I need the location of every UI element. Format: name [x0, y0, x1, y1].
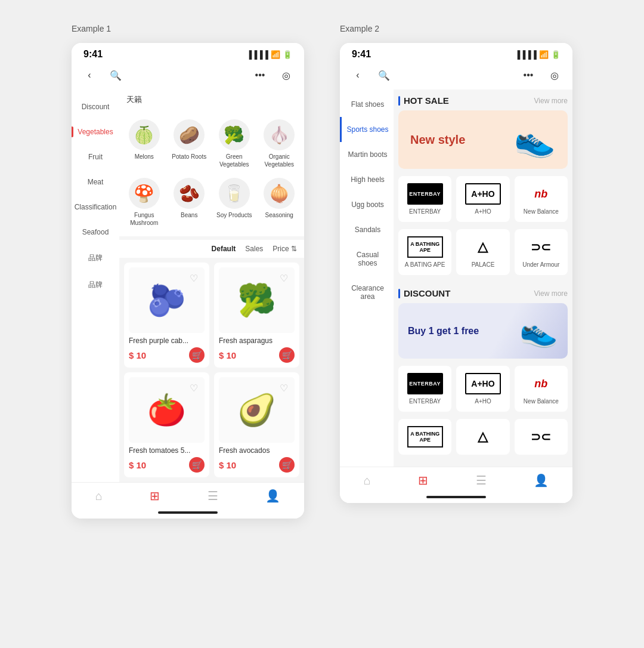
target-button-2[interactable]: ◎	[546, 67, 563, 84]
sidebar-item-discount[interactable]: Discount	[72, 94, 119, 119]
brand-card-bape-1[interactable]: A BATHING APE A BATING APE	[398, 229, 451, 275]
bottom-nav-list-2[interactable]: ☰	[476, 473, 487, 487]
bottom-nav-grid-2[interactable]: ⊞	[418, 473, 428, 487]
category-grid: 🍈 Melons 🥔 Potato Roots 🥦 Green Vegetabl…	[119, 110, 304, 236]
sidebar2-martin-boots[interactable]: Martin boots	[340, 142, 394, 167]
category-organic[interactable]: 🧄 Organic Vegetables	[257, 115, 302, 173]
brand-card-enterbay-1[interactable]: ENTERBAY ENTERBAY	[398, 176, 451, 222]
sidebar-item-vegetables[interactable]: Vegetables	[72, 119, 119, 144]
hot-sale-title: HOT SALE	[398, 95, 449, 106]
sidebar2-ugg-boots[interactable]: Ugg boots	[340, 192, 394, 217]
brand-card-nb-1[interactable]: nb New Balance	[515, 176, 568, 222]
status-icons-2: ▐▐▐▐ 📶 🔋	[515, 50, 561, 59]
category-green-veg[interactable]: 🥦 Green Vegetables	[212, 115, 257, 173]
sidebar-item-brand1[interactable]: 品牌	[72, 245, 119, 271]
sidebar-item-classification[interactable]: Classification	[72, 195, 119, 220]
add-to-cart-1[interactable]: 🛒	[189, 347, 205, 363]
target-button-1[interactable]: ◎	[278, 67, 295, 84]
status-time-1: 9:41	[83, 49, 103, 60]
category-fungus[interactable]: 🍄 Fungus Mushroom	[122, 173, 167, 232]
hot-sale-view-more[interactable]: View more	[534, 97, 568, 105]
home-icon-1: ⌂	[95, 489, 103, 503]
nav-bar-1: ‹ 🔍 ••• ◎	[72, 63, 304, 90]
add-to-cart-4[interactable]: 🛒	[279, 457, 295, 473]
sidebar2-clearance[interactable]: Clearance area	[340, 276, 394, 309]
product-price-4: $ 10	[219, 460, 236, 470]
sidebar2-casual-shoes[interactable]: Casual shoes	[340, 242, 394, 276]
bottom-nav-profile-2[interactable]: 👤	[534, 473, 549, 487]
search-button-2[interactable]: 🔍	[376, 67, 392, 84]
beans-img: 🫘	[174, 178, 205, 209]
nb-name-1: New Balance	[524, 208, 559, 215]
sidebar2-sports-shoes[interactable]: Sports shoes	[340, 117, 394, 142]
aho-logo-1: A+HO	[465, 183, 501, 205]
category-seasoning[interactable]: 🧅 Seasoning	[257, 173, 302, 232]
sidebar-item-fruit[interactable]: Fruit	[72, 144, 119, 169]
more-button-2[interactable]: •••	[520, 67, 537, 84]
bottom-nav-home-2[interactable]: ⌂	[364, 474, 371, 487]
status-bar-2: 9:41 ▐▐▐▐ 📶 🔋	[340, 43, 572, 63]
hot-sale-title-bar	[398, 96, 400, 106]
bape-logo-1: A BATHING APE	[407, 236, 443, 258]
add-to-cart-3[interactable]: 🛒	[189, 457, 205, 473]
product-card-3: 🍅 ♡ Fresh tomatoes 5... $ 10 🛒	[124, 372, 209, 477]
sidebar2-sandals[interactable]: Sandals	[340, 217, 394, 242]
sort-default[interactable]: Default	[212, 245, 236, 253]
wishlist-button-1[interactable]: ♡	[187, 271, 201, 285]
brand-card-aho-1[interactable]: A+HO A+HO	[456, 176, 509, 222]
sidebar2-high-heels[interactable]: High heels	[340, 167, 394, 192]
brand-card-bape-2[interactable]: A BATHING APE	[398, 419, 451, 455]
discount-view-more[interactable]: View more	[534, 289, 568, 298]
sidebar-item-brand2[interactable]: 品牌	[72, 271, 119, 298]
brand-card-ua-1[interactable]: ⊃⊂ Under Armour	[515, 229, 568, 275]
product-card-1: 🫐 ♡ Fresh purple cab... $ 10 🛒	[124, 263, 209, 368]
bottom-nav-grid-1[interactable]: ⊞	[150, 489, 160, 503]
bottom-nav-profile-1[interactable]: 👤	[265, 489, 280, 503]
brand-card-nb-2[interactable]: nb New Balance	[515, 366, 568, 412]
example-1-label: Example 1	[72, 24, 111, 33]
phone-2: 9:41 ▐▐▐▐ 📶 🔋 ‹ 🔍 ••• ◎	[340, 43, 572, 503]
brand-card-palace-2[interactable]: △	[456, 419, 509, 455]
sidebar2-flat-shoes[interactable]: Flat shoes	[340, 92, 394, 117]
category-soy[interactable]: 🥛 Soy Products	[212, 173, 257, 232]
brand-card-palace-1[interactable]: △ PALACE	[456, 229, 509, 275]
wishlist-button-2[interactable]: ♡	[277, 271, 291, 285]
sort-sales[interactable]: Sales	[245, 245, 263, 253]
back-button-1[interactable]: ‹	[81, 67, 98, 84]
brand-card-ua-2[interactable]: ⊃⊂	[515, 419, 568, 455]
home-icon-2: ⌂	[364, 474, 371, 487]
brand-card-aho-2[interactable]: A+HO A+HO	[456, 366, 509, 412]
sort-price[interactable]: Price ⇅	[273, 245, 297, 253]
category-beans[interactable]: 🫘 Beans	[167, 173, 212, 232]
discount-banner[interactable]: Buy 1 get 1 free 👟	[398, 303, 568, 359]
seasoning-label: Seasoning	[265, 211, 293, 219]
hot-sale-banner[interactable]: New style 👟	[398, 110, 568, 169]
sidebar-item-meat[interactable]: Meat	[72, 169, 119, 195]
example-1-block: Example 1 9:41 ▐▐▐▐ 📶 🔋 ‹ 🔍 ••• ◎	[72, 24, 304, 519]
add-to-cart-2[interactable]: 🛒	[279, 347, 295, 363]
discount-title-text: DISCOUNT	[404, 288, 450, 298]
back-button-2[interactable]: ‹	[349, 67, 366, 84]
hot-sale-title-text: HOT SALE	[404, 95, 449, 106]
product-price-row-2: $ 10 🛒	[219, 347, 295, 363]
banner-shoe-img: 👟	[514, 120, 556, 159]
category-potato[interactable]: 🥔 Potato Roots	[167, 115, 212, 173]
discount-title-bar	[398, 289, 400, 298]
sidebar-item-seafood[interactable]: Seafood	[72, 220, 119, 245]
brands-sandals-grid: A BATHING APE A BATING APE △ PALACE ⊃⊂ U…	[398, 229, 568, 275]
wishlist-button-3[interactable]: ♡	[187, 381, 201, 395]
brand-card-enterbay-2[interactable]: ENTERBAY ENTERBAY	[398, 366, 451, 412]
category-melons[interactable]: 🍈 Melons	[122, 115, 167, 173]
organic-label: Organic Vegetables	[259, 153, 300, 168]
grid-icon-1: ⊞	[150, 489, 160, 503]
more-button-1[interactable]: •••	[252, 67, 268, 84]
organic-img: 🧄	[264, 119, 295, 150]
green-veg-label: Green Vegetables	[214, 153, 255, 168]
bottom-nav-list-1[interactable]: ☰	[208, 489, 218, 503]
brands-bottom-grid: A BATHING APE △ ⊃⊂	[398, 419, 568, 455]
wishlist-button-4[interactable]: ♡	[277, 381, 291, 395]
soy-img: 🥛	[219, 178, 250, 209]
home-bar-line-1	[158, 511, 218, 514]
bottom-nav-home-1[interactable]: ⌂	[95, 489, 103, 503]
search-button-1[interactable]: 🔍	[107, 67, 124, 84]
